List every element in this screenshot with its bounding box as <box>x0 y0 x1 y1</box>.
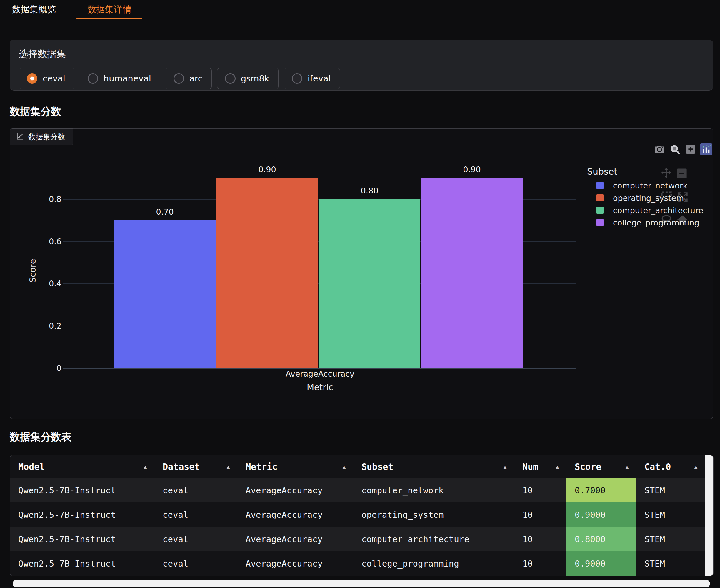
bar-computer_network[interactable] <box>114 220 215 369</box>
legend-item-operating_system[interactable]: operating_system <box>587 194 714 202</box>
sort-ascending-icon[interactable]: ▲ <box>144 463 147 470</box>
chart-card-tab-label: 数据集分数 <box>28 132 65 142</box>
legend-item-college_programming[interactable]: college_programming <box>587 219 714 226</box>
table-row: Qwen2.5-7B-InstructcevalAverageAccuracyc… <box>10 478 713 502</box>
dataset-option-ceval[interactable]: ceval <box>19 68 75 89</box>
column-header-num[interactable]: Num▲ <box>514 456 567 478</box>
column-header-cat-0[interactable]: Cat.0▲ <box>636 456 705 478</box>
radio-unselected-icon[interactable] <box>292 73 302 84</box>
scatter-chart-icon <box>16 132 24 142</box>
camera-icon[interactable] <box>654 144 665 155</box>
bar-value-label: 0.90 <box>421 165 523 175</box>
sort-ascending-icon[interactable]: ▲ <box>503 463 507 470</box>
legend-item-label: computer_architecture <box>613 206 703 215</box>
chart-card: 数据集分数 Score AverageAccuracy Metric 00.20… <box>10 128 713 419</box>
column-header-score[interactable]: Score▲ <box>567 456 636 478</box>
dataset-option-ifeval[interactable]: ifeval <box>284 68 340 89</box>
y-axis-tick-label: 0 <box>26 363 61 373</box>
legend-item-label: college_programming <box>613 218 699 227</box>
tab-dataset-detail[interactable]: 数据集详情 <box>77 0 142 19</box>
cell-dataset: ceval <box>155 478 238 502</box>
bar-operating_system[interactable] <box>217 178 318 369</box>
cell-subset: operating_system <box>353 502 514 527</box>
legend-item-computer_network[interactable]: computer_network <box>587 182 714 189</box>
radio-unselected-icon[interactable] <box>225 73 235 84</box>
dataset-option-label: gsm8k <box>241 74 269 84</box>
x-axis-line <box>63 368 576 369</box>
score-table-body: Qwen2.5-7B-InstructcevalAverageAccuracyc… <box>10 478 713 576</box>
y-axis-tick-label: 0.6 <box>26 237 61 247</box>
dataset-picker-options: cevalhumanevalarcgsm8kifeval <box>19 68 713 89</box>
column-header-metric[interactable]: Metric▲ <box>238 456 353 478</box>
dataset-option-arc[interactable]: arc <box>166 68 212 89</box>
legend-item-computer_architecture[interactable]: computer_architecture <box>587 207 714 214</box>
sort-ascending-icon[interactable]: ▲ <box>342 463 346 470</box>
legend-swatch-icon <box>596 194 603 202</box>
cell-cat: STEM <box>636 502 705 527</box>
top-tabbar: 数据集概览 数据集详情 <box>0 0 720 19</box>
bar-computer_architecture[interactable] <box>319 200 420 369</box>
radio-unselected-icon[interactable] <box>88 73 98 84</box>
cell-num: 10 <box>514 551 567 576</box>
plotly-logo-icon[interactable] <box>700 144 712 155</box>
cell-num: 10 <box>514 527 567 551</box>
section-title-score-table: 数据集分数表 <box>10 431 720 443</box>
cell-dataset: ceval <box>155 551 238 576</box>
sort-ascending-icon[interactable]: ▲ <box>625 463 629 470</box>
cell-model: Qwen2.5-7B-Instruct <box>10 478 155 502</box>
legend-item-label: computer_network <box>613 181 687 190</box>
zoom-in-icon[interactable] <box>685 144 697 155</box>
table-horizontal-scrollbar[interactable] <box>13 580 710 587</box>
cell-metric: AverageAccuracy <box>238 551 353 576</box>
dataset-option-label: ifeval <box>308 74 331 84</box>
cell-subset: college_programming <box>353 551 514 576</box>
table-row: Qwen2.5-7B-InstructcevalAverageAccuracyc… <box>10 551 713 576</box>
column-header-dataset[interactable]: Dataset▲ <box>155 456 238 478</box>
cell-cat: STEM <box>636 551 705 576</box>
dataset-option-label: ceval <box>43 74 65 84</box>
legend-swatch-icon <box>596 219 603 226</box>
radio-unselected-icon[interactable] <box>173 73 184 84</box>
radio-selected-icon[interactable] <box>27 73 37 84</box>
chart-card-tab[interactable]: 数据集分数 <box>10 128 73 145</box>
dataset-option-gsm8k[interactable]: gsm8k <box>217 68 279 89</box>
table-row: Qwen2.5-7B-InstructcevalAverageAccuracyc… <box>10 527 713 551</box>
column-header-label: Metric <box>246 462 277 472</box>
plotly-modebar <box>654 144 712 155</box>
y-axis-tick-label: 0.4 <box>26 279 61 289</box>
sort-ascending-icon[interactable]: ▲ <box>226 463 230 470</box>
cell-metric: AverageAccuracy <box>238 478 353 502</box>
bar-value-label: 0.80 <box>319 186 420 196</box>
table-row: Qwen2.5-7B-InstructcevalAverageAccuracyo… <box>10 502 713 527</box>
chart-legend: Subset computer_networkoperating_systemc… <box>587 166 714 226</box>
column-header-label: Cat.0 <box>644 462 671 472</box>
cell-subset: computer_architecture <box>353 527 514 551</box>
cell-cat: STEM <box>636 527 705 551</box>
column-header-label: Model <box>18 462 45 472</box>
tab-dataset-overview[interactable]: 数据集概览 <box>12 0 56 19</box>
cell-model: Qwen2.5-7B-Instruct <box>10 527 155 551</box>
table-vertical-scrollbar[interactable] <box>705 456 713 576</box>
y-axis-tick-label: 0.8 <box>26 194 61 204</box>
x-axis-tick-label: AverageAccuracy <box>276 369 364 378</box>
column-header-label: Dataset <box>163 462 200 472</box>
dataset-option-humaneval[interactable]: humaneval <box>80 68 160 89</box>
cell-dataset: ceval <box>155 502 238 527</box>
cell-model: Qwen2.5-7B-Instruct <box>10 551 155 576</box>
cell-cat: STEM <box>636 478 705 502</box>
sort-ascending-icon[interactable]: ▲ <box>694 463 698 470</box>
score-table: Model▲Dataset▲Metric▲Subset▲Num▲Score▲Ca… <box>10 455 714 576</box>
cell-score: 0.8000 <box>567 527 636 551</box>
cell-score: 0.9000 <box>567 502 636 527</box>
bar-college_programming[interactable] <box>421 178 523 369</box>
sort-ascending-icon[interactable]: ▲ <box>556 463 559 470</box>
column-header-label: Num <box>522 462 538 472</box>
bar-value-label: 0.70 <box>114 207 215 217</box>
legend-swatch-icon <box>596 182 603 189</box>
zoom-icon[interactable] <box>669 144 681 155</box>
column-header-subset[interactable]: Subset▲ <box>353 456 514 478</box>
dataset-option-label: humaneval <box>104 74 151 84</box>
legend-swatch-icon <box>596 207 603 214</box>
column-header-model[interactable]: Model▲ <box>10 456 155 478</box>
column-header-label: Score <box>575 462 601 472</box>
